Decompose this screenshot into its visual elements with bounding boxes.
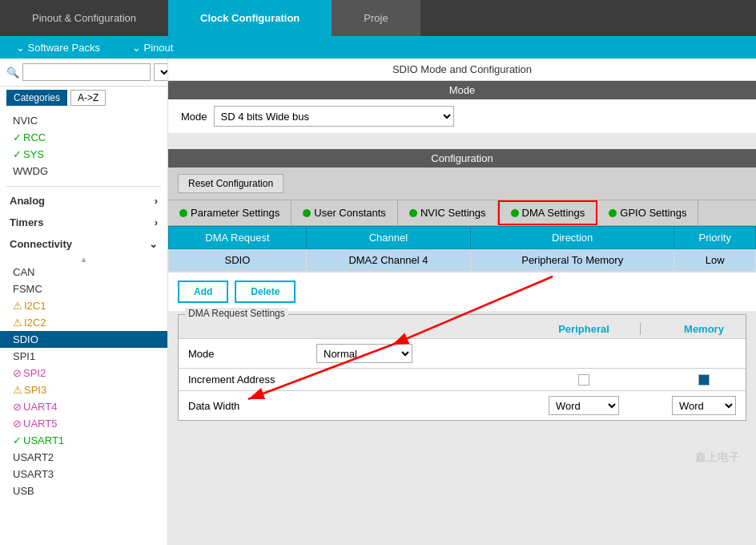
tab-gpio-settings[interactable]: GPIO Settings — [597, 200, 698, 225]
mode-label: Mode — [181, 111, 207, 123]
search-dropdown[interactable] — [154, 63, 168, 81]
peripheral-increment-checkbox[interactable] — [578, 374, 589, 386]
add-button[interactable]: Add — [178, 281, 228, 303]
add-delete-row: Add Delete — [168, 272, 756, 311]
peripheral-col-header: Peripheral — [536, 323, 632, 335]
dma-settings-label: DMA Request Settings — [185, 308, 288, 319]
memory-increment-checkbox[interactable] — [698, 374, 710, 386]
dma-table-wrap: DMA Request Channel Direction Priority S… — [168, 226, 756, 272]
analog-group-header[interactable]: Analog › — [0, 190, 167, 212]
gpio-dot — [609, 209, 617, 217]
delete-button[interactable]: Delete — [235, 281, 296, 303]
v-separator — [640, 323, 664, 335]
sidebar-item-sdio[interactable]: SDIO — [0, 331, 167, 348]
config-section-title: Configuration — [168, 149, 756, 168]
timers-group-header[interactable]: Timers › — [0, 212, 167, 233]
memory-col-header: Memory — [672, 323, 736, 335]
sidebar-item-rcc[interactable]: ✓RCC — [0, 129, 167, 146]
sidebar-item-usart2[interactable]: USART2 — [0, 449, 167, 466]
sidebar-item-i2c2[interactable]: ⚠I2C2 — [0, 314, 167, 331]
cell-request: SDIO — [169, 249, 307, 272]
sub-nav: ⌄ Software Packs ⌄ Pinout — [0, 36, 756, 59]
nav-clock[interactable]: Clock Configuration — [168, 0, 332, 36]
sidebar: 🔍 ⚙ Categories A->Z NVIC ✓RCC ✓SYS WWDG … — [0, 59, 168, 545]
divider-1 — [6, 186, 161, 187]
tab-dma-settings[interactable]: DMA Settings — [498, 200, 598, 225]
sdio-title-bar: SDIO Mode and Configuration — [168, 59, 756, 81]
table-row[interactable]: SDIO DMA2 Channel 4 Peripheral To Memory… — [169, 249, 756, 272]
reset-btn-row: Reset Configuration — [168, 168, 756, 200]
cell-channel: DMA2 Channel 4 — [306, 249, 470, 272]
col-dma-request: DMA Request — [169, 227, 307, 249]
col-priority: Priority — [674, 227, 756, 249]
reset-config-button[interactable]: Reset Configuration — [178, 174, 284, 193]
col-direction: Direction — [470, 227, 674, 249]
sidebar-item-i2c1[interactable]: ⚠I2C1 — [0, 297, 167, 314]
sidebar-item-fsmc[interactable]: FSMC — [0, 281, 167, 297]
cell-priority: Low — [674, 249, 756, 272]
search-icon: 🔍 — [6, 67, 19, 79]
increment-address-row: Increment Address — [179, 368, 746, 390]
categories-tab[interactable]: Categories — [6, 90, 67, 106]
col-channel: Channel — [306, 227, 470, 249]
mode-row: Mode SD 4 bits Wide bus — [168, 99, 756, 133]
increment-label: Increment Address — [188, 373, 536, 386]
top-nav: Pinout & Configuration Clock Configurati… — [0, 0, 756, 36]
tab-user-constants[interactable]: User Constants — [292, 200, 398, 225]
connectivity-group-header[interactable]: Connectivity ⌄ — [0, 233, 167, 255]
sidebar-item-spi3[interactable]: ⚠SPI3 — [0, 382, 167, 398]
dma-request-settings-box: DMA Request Settings Peripheral Memory M… — [178, 314, 746, 421]
dma-dot — [511, 209, 519, 217]
user-dot — [303, 209, 311, 217]
param-dot — [179, 209, 187, 217]
cell-direction: Peripheral To Memory — [470, 249, 674, 272]
mode-settings-select[interactable]: NormalCircular — [316, 344, 412, 363]
mode-section-title: Mode — [168, 81, 756, 99]
sidebar-item-nvic[interactable]: NVIC — [0, 112, 167, 129]
config-tabs: Parameter Settings User Constants NVIC S… — [168, 200, 756, 226]
sidebar-nvic-group: NVIC ✓RCC ✓SYS WWDG — [0, 109, 167, 183]
software-packs-nav[interactable]: ⌄ Software Packs — [16, 42, 100, 54]
scroll-indicator: ▲ — [0, 255, 167, 264]
sidebar-item-can[interactable]: CAN — [0, 264, 167, 281]
peripheral-width-select[interactable]: ByteHalf WordWord — [549, 396, 619, 415]
spacer-1 — [168, 133, 756, 149]
sidebar-item-uart4[interactable]: ⊘UART4 — [0, 398, 167, 415]
tab-nvic-settings[interactable]: NVIC Settings — [398, 200, 498, 225]
content-area: SDIO Mode and Configuration Mode Mode SD… — [168, 59, 756, 545]
pinout-nav[interactable]: ⌄ Pinout — [132, 42, 173, 54]
data-width-label: Data Width — [188, 400, 536, 412]
search-bar: 🔍 ⚙ — [0, 59, 167, 87]
nav-pinout[interactable]: Pinout & Configuration — [0, 0, 168, 36]
nvic-dot — [409, 209, 417, 217]
sidebar-item-uart5[interactable]: ⊘UART5 — [0, 415, 167, 432]
mode-select[interactable]: SD 4 bits Wide bus — [214, 106, 454, 127]
sidebar-item-usart1[interactable]: ✓USART1 — [0, 432, 167, 449]
dma-table: DMA Request Channel Direction Priority S… — [168, 226, 756, 272]
az-tab[interactable]: A->Z — [70, 90, 106, 106]
watermark: 鑫上电子 — [695, 450, 740, 465]
sidebar-item-usart3[interactable]: USART3 — [0, 466, 167, 482]
settings-header: Peripheral Memory — [179, 321, 746, 338]
mode-settings-label: Mode — [188, 348, 316, 360]
nav-project[interactable]: Proje — [332, 0, 420, 36]
sidebar-item-sys[interactable]: ✓SYS — [0, 146, 167, 163]
search-input[interactable] — [22, 63, 151, 81]
mode-settings-row: Mode NormalCircular — [179, 338, 746, 368]
sidebar-item-usb[interactable]: USB — [0, 482, 167, 499]
sidebar-item-spi1[interactable]: SPI1 — [0, 348, 167, 365]
memory-width-select[interactable]: ByteHalf WordWord — [672, 396, 736, 415]
sidebar-item-wwdg[interactable]: WWDG — [0, 163, 167, 180]
tab-parameter-settings[interactable]: Parameter Settings — [168, 200, 292, 225]
category-tabs: Categories A->Z — [0, 87, 167, 109]
data-width-row: Data Width ByteHalf WordWord ByteHalf Wo… — [179, 390, 746, 420]
sidebar-item-spi2[interactable]: ⊘SPI2 — [0, 365, 167, 382]
